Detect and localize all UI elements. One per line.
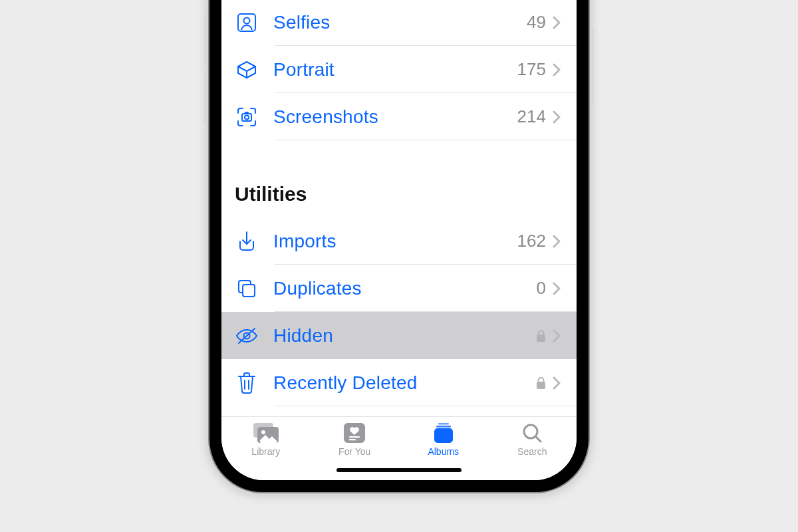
utilities-list: Imports 162 Duplicates 0 bbox=[221, 217, 577, 406]
row-screenshots[interactable]: Screenshots 214 bbox=[221, 93, 577, 140]
svg-rect-20 bbox=[436, 426, 451, 428]
row-recently-deleted[interactable]: Recently Deleted bbox=[221, 359, 577, 406]
for-you-icon bbox=[344, 422, 365, 444]
tab-label: Library bbox=[251, 446, 280, 457]
tab-label: Search bbox=[517, 446, 547, 457]
row-count: 175 bbox=[517, 59, 546, 80]
svg-line-23 bbox=[536, 437, 541, 442]
svg-point-3 bbox=[245, 115, 249, 119]
selfies-icon bbox=[235, 12, 259, 33]
portrait-icon bbox=[235, 59, 259, 81]
row-label: Recently Deleted bbox=[273, 372, 536, 394]
tab-library[interactable]: Library bbox=[233, 422, 299, 457]
svg-point-1 bbox=[244, 17, 250, 23]
imports-icon bbox=[235, 231, 259, 252]
chevron-right-icon bbox=[553, 376, 561, 390]
row-count: 162 bbox=[517, 231, 546, 251]
screenshots-icon bbox=[235, 106, 259, 128]
row-duplicates[interactable]: Duplicates 0 bbox=[221, 265, 577, 312]
tab-search[interactable]: Search bbox=[499, 422, 565, 457]
row-count: 49 bbox=[527, 12, 546, 33]
volume-up-button bbox=[204, 13, 208, 65]
tab-label: For You bbox=[338, 446, 370, 457]
trash-icon bbox=[235, 372, 259, 394]
svg-rect-21 bbox=[434, 428, 453, 443]
utilities-header: Utilities bbox=[221, 179, 577, 217]
svg-rect-8 bbox=[537, 334, 545, 342]
row-label: Duplicates bbox=[273, 278, 537, 299]
svg-rect-18 bbox=[349, 439, 356, 440]
power-button bbox=[590, 27, 594, 106]
tab-for-you[interactable]: For You bbox=[321, 422, 388, 457]
svg-rect-0 bbox=[238, 14, 255, 31]
row-label: Hidden bbox=[273, 325, 536, 346]
chevron-right-icon bbox=[553, 235, 561, 248]
row-portrait[interactable]: Portrait 175 bbox=[221, 46, 577, 93]
svg-rect-17 bbox=[349, 436, 360, 438]
hidden-icon bbox=[235, 326, 259, 346]
svg-point-15 bbox=[261, 430, 265, 434]
media-types-list: Selfies 49 Portrait 175 bbox=[221, 0, 577, 140]
volume-down-button bbox=[204, 73, 208, 125]
row-selfies[interactable]: Selfies 49 bbox=[221, 0, 577, 46]
albums-scroll-content[interactable]: Selfies 49 Portrait 175 bbox=[221, 0, 577, 416]
chevron-right-icon bbox=[553, 63, 561, 76]
svg-rect-5 bbox=[243, 285, 255, 297]
svg-rect-19 bbox=[438, 423, 449, 425]
row-label: Portrait bbox=[273, 59, 517, 80]
row-count: 0 bbox=[537, 278, 546, 299]
row-label: Screenshots bbox=[273, 106, 517, 128]
row-label: Imports bbox=[273, 231, 517, 252]
search-icon bbox=[522, 422, 542, 444]
tab-label: Albums bbox=[428, 446, 459, 457]
lock-icon bbox=[536, 329, 546, 342]
duplicates-icon bbox=[235, 278, 259, 299]
screen: Selfies 49 Portrait 175 bbox=[221, 0, 577, 480]
row-label: Selfies bbox=[273, 12, 527, 33]
home-indicator[interactable] bbox=[336, 468, 462, 472]
phone-frame: Selfies 49 Portrait 175 bbox=[209, 0, 589, 492]
lock-icon bbox=[536, 376, 546, 390]
row-count: 214 bbox=[517, 106, 546, 127]
tab-albums[interactable]: Albums bbox=[410, 422, 477, 457]
svg-rect-11 bbox=[537, 382, 545, 389]
chevron-right-icon bbox=[553, 110, 561, 124]
row-imports[interactable]: Imports 162 bbox=[221, 217, 577, 265]
albums-icon bbox=[433, 422, 454, 444]
row-hidden[interactable]: Hidden bbox=[221, 312, 577, 359]
library-icon bbox=[253, 422, 279, 444]
chevron-right-icon bbox=[553, 282, 561, 295]
chevron-right-icon bbox=[553, 329, 561, 342]
chevron-right-icon bbox=[553, 16, 561, 29]
